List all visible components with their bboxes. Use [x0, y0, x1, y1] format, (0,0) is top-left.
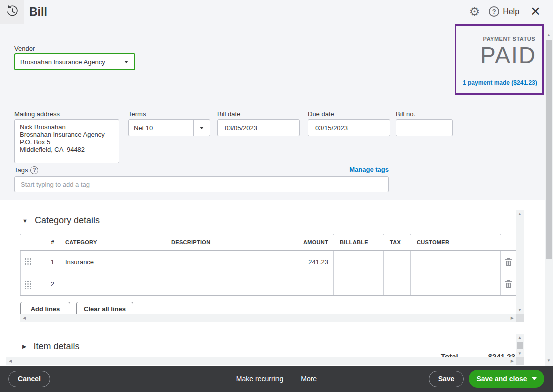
- drag-handle[interactable]: [20, 251, 34, 273]
- tags-input[interactable]: [14, 176, 389, 192]
- bill-date-input[interactable]: [217, 119, 300, 136]
- scroll-right-icon[interactable]: ▶: [511, 316, 514, 320]
- scrollbar-thumb[interactable]: [517, 342, 523, 349]
- scrollbar-corner: [516, 357, 524, 365]
- drag-dots-icon: [24, 257, 31, 266]
- save-and-close-label: Save and close: [469, 375, 532, 383]
- drag-handle[interactable]: [20, 273, 34, 295]
- row-number: 2: [34, 273, 59, 295]
- item-vertical-scrollbar[interactable]: ▲ ▼: [516, 334, 524, 357]
- scroll-up-icon[interactable]: ▲: [518, 336, 522, 340]
- category-vertical-scrollbar[interactable]: ▲ ▼: [516, 210, 524, 314]
- chevron-down-icon: [124, 61, 128, 63]
- terms-label: Terms: [128, 110, 146, 118]
- more-button[interactable]: More: [301, 375, 317, 383]
- scroll-up-icon[interactable]: ▲: [518, 212, 522, 216]
- terms-select[interactable]: Net 10: [128, 119, 210, 136]
- item-details-toggle[interactable]: ▶ Item details: [22, 341, 80, 352]
- make-recurring-button[interactable]: Make recurring: [236, 375, 283, 383]
- tax-cell[interactable]: [384, 251, 411, 273]
- page-title: Bill: [29, 5, 47, 19]
- tags-help-icon[interactable]: ?: [30, 166, 38, 174]
- terms-dropdown-button[interactable]: [193, 120, 210, 136]
- scroll-left-icon[interactable]: ◀: [9, 359, 12, 363]
- due-date-input[interactable]: [308, 119, 390, 136]
- billable-cell[interactable]: [334, 273, 384, 295]
- vendor-dropdown-button[interactable]: [118, 54, 134, 69]
- save-and-close-button[interactable]: Save and close: [469, 370, 544, 388]
- manage-tags-link[interactable]: Manage tags: [349, 166, 389, 173]
- triangle-right-icon: ▶: [22, 343, 26, 350]
- page-scrollbar[interactable]: ▲ ▼: [545, 30, 553, 366]
- gear-icon[interactable]: ⚙: [469, 6, 480, 18]
- clear-all-lines-button[interactable]: Clear all lines: [76, 302, 133, 316]
- chevron-down-icon: [200, 127, 204, 129]
- drag-dots-icon: [24, 280, 31, 289]
- category-cell[interactable]: Insurance: [59, 251, 165, 273]
- save-button[interactable]: Save: [429, 371, 464, 387]
- category-details-table: # CATEGORY DESCRIPTION AMOUNT BILLABLE T…: [20, 234, 516, 296]
- payment-status-value: PAID: [480, 42, 536, 69]
- scroll-right-icon[interactable]: ▶: [511, 359, 514, 363]
- due-date-label: Due date: [308, 110, 334, 118]
- category-cell[interactable]: [59, 273, 165, 295]
- table-row: 2: [20, 273, 516, 296]
- table-row: 1 Insurance 241.23: [20, 251, 516, 273]
- bill-date-label: Bill date: [217, 110, 240, 118]
- bill-form-page: Bill ⚙ ? Help ✕ PAYMENT STATUS PAID 1 pa…: [0, 0, 553, 392]
- col-header-category: CATEGORY: [59, 234, 165, 250]
- scroll-left-icon[interactable]: ◀: [23, 316, 26, 320]
- col-header-tax: TAX: [384, 234, 411, 250]
- payment-made-link[interactable]: 1 payment made ($241.23): [463, 79, 537, 86]
- col-header-billable: BILLABLE: [334, 234, 384, 250]
- tax-cell[interactable]: [384, 273, 411, 295]
- text-caret: [106, 58, 106, 66]
- scrollbar-corner: [516, 314, 524, 322]
- item-horizontal-scrollbar[interactable]: ◀ ▶: [6, 357, 516, 365]
- mailing-address-label: Mailing address: [14, 110, 60, 118]
- vendor-select[interactable]: Brosnahan Insurance Agency: [14, 53, 135, 70]
- scroll-down-icon[interactable]: ▼: [547, 359, 551, 363]
- scroll-down-icon[interactable]: ▼: [518, 308, 522, 312]
- category-details-toggle[interactable]: ▼ Category details: [22, 215, 100, 226]
- scroll-down-icon[interactable]: ▼: [518, 352, 522, 356]
- mailing-address-input[interactable]: Nick Brosnahan Brosnahan Insurance Agenc…: [14, 119, 119, 163]
- col-header-description: DESCRIPTION: [165, 234, 273, 250]
- col-header-number: #: [34, 234, 59, 250]
- triangle-down-icon: ▼: [22, 218, 28, 224]
- payment-status-panel: PAYMENT STATUS PAID 1 payment made ($241…: [455, 24, 544, 95]
- footer-bar: Cancel Make recurring More Save Save and…: [0, 366, 553, 392]
- customer-cell[interactable]: [411, 251, 501, 273]
- help-label: Help: [503, 7, 519, 16]
- scrollbar-thumb[interactable]: [546, 40, 552, 259]
- add-lines-button[interactable]: Add lines: [20, 302, 70, 316]
- row-number: 1: [34, 251, 59, 273]
- delete-row-button[interactable]: [501, 273, 516, 295]
- chevron-down-icon: [532, 377, 537, 380]
- tags-label: Tags: [14, 166, 28, 174]
- category-details-title: Category details: [35, 215, 100, 226]
- help-button[interactable]: ? Help: [489, 6, 519, 17]
- bill-no-label: Bill no.: [396, 110, 415, 118]
- recent-transactions-button[interactable]: [0, 0, 24, 24]
- close-icon[interactable]: ✕: [530, 5, 541, 18]
- col-header-customer: CUSTOMER: [411, 234, 501, 250]
- terms-value: Net 10: [129, 120, 193, 136]
- amount-cell[interactable]: [273, 273, 334, 295]
- category-horizontal-scrollbar[interactable]: ◀ ▶: [20, 314, 516, 322]
- description-cell[interactable]: [165, 273, 273, 295]
- customer-cell[interactable]: [411, 273, 501, 295]
- billable-cell[interactable]: [334, 251, 384, 273]
- amount-cell[interactable]: 241.23: [273, 251, 334, 273]
- delete-row-button[interactable]: [501, 251, 516, 273]
- bill-no-input[interactable]: [396, 119, 453, 136]
- item-details-title: Item details: [33, 341, 79, 352]
- description-cell[interactable]: [165, 251, 273, 273]
- payment-status-label: PAYMENT STATUS: [483, 36, 535, 42]
- scroll-up-icon[interactable]: ▲: [547, 33, 551, 37]
- vendor-value: Brosnahan Insurance Agency: [20, 58, 105, 66]
- trash-icon: [505, 280, 512, 288]
- vendor-label: Vendor: [14, 45, 35, 52]
- footer-divider: [292, 372, 292, 385]
- trash-icon: [505, 258, 512, 266]
